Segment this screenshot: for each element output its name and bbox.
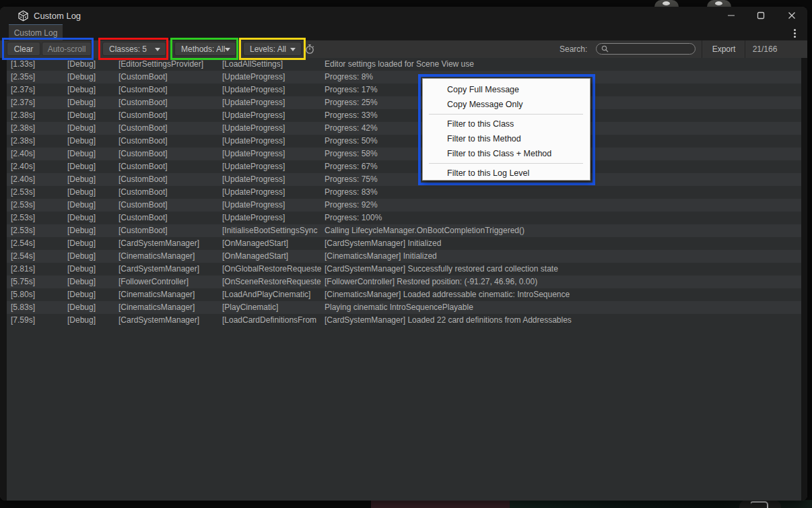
- log-cell-method: [InitialiseBootSettingsSync: [222, 224, 325, 237]
- log-cell-method: [OnManagedStart]: [222, 250, 325, 263]
- toolbar-separator: [702, 40, 702, 58]
- minimize-icon: [727, 11, 735, 20]
- log-cell-class: [CustomBoot]: [119, 122, 222, 135]
- toolbar-separator: [745, 40, 745, 58]
- log-cell-message: Calling LifecycleManager.OnBootCompletio…: [325, 224, 801, 237]
- context-menu-item-filter-to-this-class[interactable]: Filter to this Class: [423, 117, 590, 131]
- log-cell-level: [Debug]: [67, 212, 119, 224]
- close-button[interactable]: [780, 7, 803, 24]
- log-cell-level: [Debug]: [67, 301, 119, 314]
- log-cell-level: [Debug]: [67, 122, 119, 135]
- kebab-menu-icon[interactable]: [790, 27, 799, 39]
- log-cell-class: [CustomBoot]: [119, 186, 222, 199]
- log-row[interactable]: [2.35s][Debug][CustomBoot][UpdateProgres…: [7, 71, 801, 84]
- log-cell-message: [CardSystemManager] Successfully restore…: [325, 263, 801, 276]
- log-cell-method: [OnManagedStart]: [222, 237, 325, 250]
- log-row[interactable]: [2.40s][Debug][CustomBoot][UpdateProgres…: [7, 160, 801, 173]
- context-menu-separator: [429, 163, 583, 164]
- export-button[interactable]: Export: [704, 40, 743, 58]
- log-cell-level: [Debug]: [67, 84, 119, 96]
- log-cell-message: [FollowerController] Restored position: …: [325, 276, 801, 288]
- log-cell-message: [CardSystemManager] Loaded 22 card defin…: [325, 314, 801, 327]
- log-row[interactable]: [2.54s][Debug][CardSystemManager][OnMana…: [7, 237, 801, 250]
- log-row[interactable]: [2.53s][Debug][CustomBoot][UpdateProgres…: [7, 199, 801, 212]
- log-cell-time: [2.40s]: [7, 160, 67, 173]
- log-row[interactable]: [2.54s][Debug][CinematicsManager][OnMana…: [7, 250, 801, 263]
- context-menu: Copy Full MessageCopy Message OnlyFilter…: [422, 78, 590, 181]
- speech-bubble-icon: [751, 501, 770, 508]
- maximize-button[interactable]: [749, 7, 772, 24]
- log-cell-message: [CinematicsManager] Initialized: [325, 250, 801, 263]
- log-cell-class: [CustomBoot]: [119, 135, 222, 148]
- log-row[interactable]: [2.53s][Debug][CustomBoot][UpdateProgres…: [7, 212, 801, 224]
- log-cell-time: [2.38s]: [7, 135, 67, 148]
- log-cell-method: [OnGlobalRestoreRequeste: [222, 263, 325, 276]
- log-row[interactable]: [2.40s][Debug][CustomBoot][UpdateProgres…: [7, 148, 801, 160]
- context-menu-item-filter-to-this-class-method[interactable]: Filter to this Class + Method: [423, 146, 590, 161]
- context-menu-item-filter-to-this-log-level[interactable]: Filter to this Log Level: [423, 166, 590, 181]
- log-cell-method: [UpdateProgress]: [222, 212, 325, 224]
- log-cell-level: [Debug]: [67, 263, 119, 276]
- log-cell-method: [PlayCinematic]: [222, 301, 325, 314]
- custom-log-window: Custom Log Custom Log: [0, 7, 807, 501]
- background-app-icon: [707, 0, 731, 7]
- stopwatch-icon[interactable]: [304, 44, 315, 55]
- log-cell-class: [CardSystemManager]: [119, 263, 222, 276]
- log-row[interactable]: [2.37s][Debug][CustomBoot][UpdateProgres…: [7, 96, 801, 109]
- search-input[interactable]: [609, 44, 685, 54]
- log-row[interactable]: [2.81s][Debug][CardSystemManager][OnGlob…: [7, 263, 801, 276]
- log-row[interactable]: [7.59s][Debug][CardSystemManager][LoadCa…: [7, 314, 801, 327]
- log-row[interactable]: [5.80s][Debug][CinematicsManager][LoadAn…: [7, 288, 801, 301]
- log-cell-class: [CardSystemManager]: [119, 237, 222, 250]
- log-cell-message: Progress: 83%: [325, 186, 801, 199]
- log-cell-message: [CardSystemManager] Initialized: [325, 237, 801, 250]
- log-row[interactable]: [2.53s][Debug][CustomBoot][InitialiseBoo…: [7, 224, 801, 237]
- log-row[interactable]: [2.38s][Debug][CustomBoot][UpdateProgres…: [7, 122, 801, 135]
- minimize-button[interactable]: [720, 7, 743, 24]
- log-cell-level: [Debug]: [67, 314, 119, 327]
- log-cell-time: [2.53s]: [7, 212, 67, 224]
- log-cell-level: [Debug]: [67, 135, 119, 148]
- log-panel: [1.33s][Debug][EditorSettingsProvider][L…: [0, 58, 807, 501]
- log-cell-level: [Debug]: [67, 288, 119, 301]
- log-row[interactable]: [2.53s][Debug][CustomBoot][UpdateProgres…: [7, 186, 801, 199]
- context-menu-item-copy-full-message[interactable]: Copy Full Message: [423, 82, 590, 97]
- log-cell-class: [CustomBoot]: [119, 173, 222, 186]
- log-cell-time: [2.53s]: [7, 224, 67, 237]
- log-row[interactable]: [5.75s][Debug][FollowerController][OnSce…: [7, 276, 801, 288]
- log-cell-time: [2.54s]: [7, 250, 67, 263]
- export-button-label: Export: [712, 44, 736, 54]
- log-cell-method: [UpdateProgress]: [222, 122, 325, 135]
- close-icon: [788, 11, 796, 20]
- log-cell-method: [OnSceneRestoreRequeste: [222, 276, 325, 288]
- log-row[interactable]: [2.38s][Debug][CustomBoot][UpdateProgres…: [7, 135, 801, 148]
- log-cell-level: [Debug]: [67, 109, 119, 122]
- log-cell-method: [UpdateProgress]: [222, 148, 325, 160]
- log-cell-method: [UpdateProgress]: [222, 96, 325, 109]
- context-menu-item-copy-message-only[interactable]: Copy Message Only: [423, 97, 590, 112]
- annotation-box-methods: [170, 38, 238, 60]
- search-label: Search:: [560, 44, 587, 54]
- log-cell-method: [UpdateProgress]: [222, 109, 325, 122]
- log-row[interactable]: [2.37s][Debug][CustomBoot][UpdateProgres…: [7, 84, 801, 96]
- log-row[interactable]: [5.83s][Debug][CinematicsManager][PlayCi…: [7, 301, 801, 314]
- log-cell-level: [Debug]: [67, 276, 119, 288]
- log-cell-method: [UpdateProgress]: [222, 135, 325, 148]
- log-cell-level: [Debug]: [67, 96, 119, 109]
- log-row[interactable]: [2.38s][Debug][CustomBoot][UpdateProgres…: [7, 109, 801, 122]
- window-title: Custom Log: [34, 11, 81, 21]
- search-box[interactable]: [596, 43, 696, 55]
- log-cell-class: [CustomBoot]: [119, 160, 222, 173]
- log-cell-class: [CustomBoot]: [119, 84, 222, 96]
- log-row[interactable]: [2.40s][Debug][CustomBoot][UpdateProgres…: [7, 173, 801, 186]
- context-menu-item-filter-to-this-method[interactable]: Filter to this Method: [423, 131, 590, 146]
- log-cell-method: [LoadCardDefinitionsFrom: [222, 314, 325, 327]
- title-bar[interactable]: Custom Log: [0, 7, 807, 24]
- log-cell-time: [2.54s]: [7, 237, 67, 250]
- background-button: [739, 500, 781, 508]
- log-cell-time: [2.37s]: [7, 96, 67, 109]
- log-cell-method: [UpdateProgress]: [222, 160, 325, 173]
- annotation-box-clear-autoscroll: [2, 38, 94, 60]
- maximize-icon: [757, 11, 765, 20]
- log-cell-level: [Debug]: [67, 237, 119, 250]
